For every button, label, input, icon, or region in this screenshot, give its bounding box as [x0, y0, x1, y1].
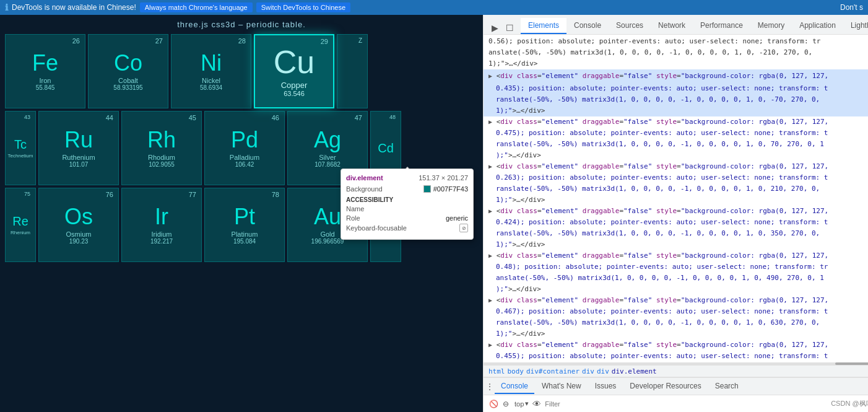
symbol-pd: Pd — [231, 129, 258, 151]
keyboard-focusable-icon: ⊘ — [459, 224, 468, 232]
symbol-ag: Ag — [314, 129, 341, 151]
bt-whats-new[interactable]: What's New — [536, 379, 588, 394]
color-swatch[interactable] — [423, 185, 431, 193]
name-os: Osmium — [66, 230, 92, 238]
name-co: Cobalt — [118, 77, 138, 84]
name-tc: Technetium — [8, 153, 33, 159]
bt-issues[interactable]: Issues — [589, 379, 623, 394]
console-clear-icon[interactable]: 🚫 — [488, 399, 498, 409]
element-ni[interactable]: 28 Ni Nickel 58.6934 — [171, 34, 251, 108]
element-re-partial[interactable]: 75 Re Rhenium — [5, 188, 36, 262]
element-cu[interactable]: 29 Cu Copper 63.546 — [254, 34, 334, 108]
console-hide-icon[interactable]: ⊖ — [501, 399, 511, 409]
element-pd[interactable]: 46 Pd Palladium 106.42 — [204, 111, 285, 185]
code-line-2[interactable]: ▶ <div class="element" draggable="false"… — [484, 116, 868, 128]
weight-cu: 63.546 — [284, 90, 305, 97]
bt-console[interactable]: Console — [495, 379, 534, 394]
tab-console[interactable]: Console — [566, 18, 609, 34]
tooltip-bg-label: Background — [346, 185, 383, 193]
devtools-console-bar: 🚫 ⊖ top ▾ 👁 CSDN @枫叶… — [484, 395, 868, 412]
bc-body[interactable]: body — [508, 367, 524, 375]
weight-pd: 106.42 — [235, 161, 254, 168]
code-line-3[interactable]: ▶ <div class="element" draggable="false"… — [484, 161, 868, 172]
expand-arrow-3[interactable]: ▶ — [488, 163, 492, 170]
switch-devtools-button[interactable]: Switch DevTools to Chinese — [256, 2, 350, 12]
tab-lighthouse[interactable]: Lighth... — [843, 18, 868, 34]
symbol-rh: Rh — [147, 129, 176, 151]
element-ir[interactable]: 77 Ir Iridium 192.217 — [121, 188, 202, 262]
code-line-5b: 0.48); position: absolute; pointer-event… — [484, 261, 868, 273]
tab-performance[interactable]: Performance — [693, 18, 750, 34]
weight-fe: 55.845 — [36, 84, 55, 91]
tab-elements[interactable]: Elements — [521, 18, 566, 34]
element-rh[interactable]: 45 Rh Rhodium 102.9055 — [121, 111, 202, 185]
tab-network[interactable]: Network — [651, 18, 693, 34]
match-language-button[interactable]: Always match Chrome's language — [140, 2, 253, 12]
element-os[interactable]: 76 Os Osmium 190.23 — [38, 188, 119, 262]
console-top-label: top — [514, 400, 524, 408]
element-tooltip: div.element 151.37 × 201.27 Background #… — [341, 169, 474, 240]
bc-div1[interactable]: div — [582, 367, 594, 375]
console-eye-icon[interactable]: 👁 — [532, 399, 541, 409]
scrollbar-thumb[interactable] — [835, 362, 868, 365]
code-line-3c: ranslate(-50%, -50%) matrix3d(1, 0, 0, 0… — [484, 183, 868, 195]
element-tc-partial[interactable]: 43 Tc Technetium — [5, 111, 36, 185]
bt-developer-resources[interactable]: Developer Resources — [623, 379, 707, 394]
symbol-re: Re — [12, 215, 28, 227]
element-fe[interactable]: 26 Fe Iron 55.845 — [5, 34, 85, 108]
tab-application[interactable]: Application — [792, 18, 843, 34]
symbol-co: Co — [114, 52, 142, 74]
inspect-icon[interactable]: ▶ — [488, 22, 501, 34]
expand-arrow-6[interactable]: ▶ — [488, 297, 492, 304]
console-top-dropdown[interactable]: top ▾ — [514, 400, 529, 408]
element-row-1: 26 Fe Iron 55.845 27 Co Cobalt 58.933195… — [5, 34, 478, 108]
atomic-num-ir: 77 — [189, 191, 196, 198]
symbol-ni: Ni — [201, 52, 222, 74]
name-fe: Iron — [40, 77, 51, 84]
devtools-icon-buttons: ▶ ☐ — [484, 22, 521, 34]
element-pt[interactable]: 78 Pt Platinum 195.084 — [204, 188, 285, 262]
code-line-7[interactable]: ▶ <div class="element" draggable="false"… — [484, 340, 868, 351]
code-line-4d: 1);">…</div> — [484, 239, 868, 250]
bc-html[interactable]: html — [488, 367, 505, 375]
code-line-4[interactable]: ▶ <div class="element" draggable="false"… — [484, 206, 868, 217]
atomic-num-os: 76 — [106, 191, 113, 198]
bc-div2[interactable]: div — [597, 367, 609, 375]
code-line-6[interactable]: ▶ <div class="element" draggable="false"… — [484, 295, 868, 306]
code-line-selected[interactable]: ▶ <div class="element" draggable="false"… — [484, 69, 868, 83]
code-line-5[interactable]: ▶ <div class="element" draggable="false"… — [484, 250, 868, 261]
element-ru[interactable]: 44 Ru Ruthenium 101.07 — [38, 111, 119, 185]
devtools-code-area[interactable]: 0.56); position: absolute; pointer-event… — [484, 35, 868, 362]
code-line-6b: 0.467); position: absolute; pointer-even… — [484, 306, 868, 317]
bc-element[interactable]: div.element — [612, 367, 657, 375]
bc-container[interactable]: div#container — [526, 367, 579, 375]
devtools-menu-icon[interactable]: ⋮ — [486, 382, 493, 391]
tooltip-tag: div.element — [346, 174, 383, 182]
atomic-num-fe: 26 — [72, 37, 80, 45]
expand-arrow[interactable]: ▶ — [488, 72, 492, 79]
weight-ag: 107.8682 — [315, 161, 341, 168]
atomic-num-pd: 46 — [272, 114, 279, 121]
console-filter-input[interactable] — [545, 400, 827, 408]
tab-sources[interactable]: Sources — [609, 18, 651, 34]
element-z30-partial[interactable]: Z — [337, 34, 368, 108]
symbol-cu: Cu — [274, 46, 315, 78]
weight-co: 58.933195 — [113, 84, 142, 91]
symbol-os: Os — [64, 206, 93, 228]
element-co[interactable]: 27 Co Cobalt 58.933195 — [88, 34, 168, 108]
expand-arrow-4[interactable]: ▶ — [488, 208, 492, 214]
weight-ir: 192.217 — [150, 238, 173, 245]
expand-arrow-2[interactable]: ▶ — [488, 118, 492, 125]
name-ni: Nickel — [202, 77, 220, 84]
tab-memory[interactable]: Memory — [750, 18, 792, 34]
code-line-2c: ranslate(-50%, -50%) matrix3d(1, 0, 0, 0… — [484, 139, 868, 150]
device-icon[interactable]: ☐ — [503, 22, 516, 34]
accessibility-section: ACCESSIBILITY — [346, 196, 468, 203]
atomic-num-cd: 48 — [389, 114, 396, 120]
expand-arrow-7[interactable]: ▶ — [488, 341, 492, 348]
code-line-6c: ranslate(-50%, -50%) matrix3d(1, 0, 0, 0… — [484, 317, 868, 328]
bt-search[interactable]: Search — [709, 379, 745, 394]
expand-arrow-5[interactable]: ▶ — [488, 252, 492, 259]
scrollbar-track[interactable] — [484, 362, 868, 365]
code-line-7b: 0.455); position: absolute; pointer-even… — [484, 351, 868, 362]
